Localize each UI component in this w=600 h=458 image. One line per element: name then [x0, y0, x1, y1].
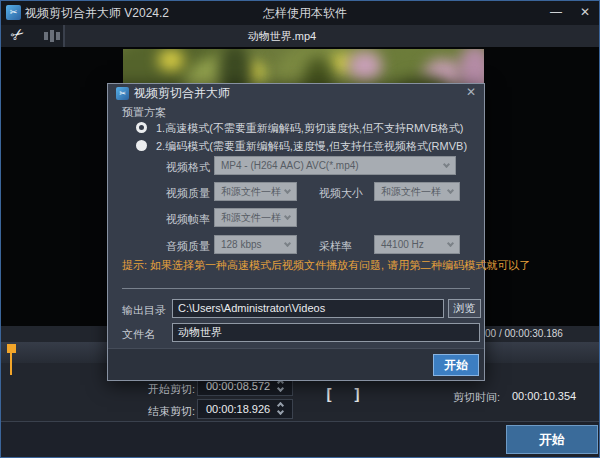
spinner-down-icon[interactable] — [277, 385, 284, 392]
chevron-down-icon — [447, 240, 454, 247]
main-start-button[interactable]: 开始 — [506, 425, 598, 454]
start-cut-label: 开始剪切: — [148, 382, 195, 397]
video-size-dropdown[interactable]: 和源文件一样 — [374, 182, 460, 201]
file-name-label: 文件名 — [122, 327, 155, 342]
dialog-logo-icon: ✂ — [116, 87, 129, 100]
mark-start-bracket-button[interactable]: [ — [319, 385, 339, 402]
title-bar: ✂ 视频剪切合并大师 V2024.2 怎样使用本软件 — ✕ — [1, 1, 599, 25]
cut-time-value: 00:00:10.354 — [512, 390, 576, 402]
dialog-divider — [122, 288, 470, 289]
video-format-dropdown[interactable]: MP4 - (H264 AAC) AVC(*.mp4) — [214, 156, 456, 175]
end-cut-value: 00:00:18.926 — [206, 400, 270, 418]
sample-rate-dropdown[interactable]: 44100 Hz — [374, 235, 460, 254]
chevron-down-icon — [284, 187, 291, 194]
cut-time-label: 剪切时间: — [453, 390, 500, 405]
merge-tool-icon[interactable] — [43, 29, 61, 47]
radio-fast-mode[interactable] — [136, 122, 147, 133]
mode-hint-text: 提示: 如果选择第一种高速模式后视频文件播放有问题, 请用第二种编码模式就可以了 — [122, 258, 530, 273]
mark-end-bracket-button[interactable]: ] — [347, 385, 367, 402]
help-menu-link[interactable]: 怎样使用本软件 — [263, 1, 347, 25]
chevron-down-icon — [447, 187, 454, 194]
video-quality-label: 视频质量 — [166, 186, 210, 201]
audio-quality-value: 128 kbps — [221, 239, 262, 250]
app-window: ✂ 视频剪切合并大师 V2024.2 怎样使用本软件 — ✕ ✂ 动物世界.mp… — [0, 0, 600, 458]
file-tab-label[interactable]: 动物世界.mp4 — [65, 25, 499, 47]
frame-rate-value: 和源文件一样 — [221, 212, 281, 223]
preset-section-label: 预置方案 — [122, 105, 166, 120]
video-size-value: 和源文件一样 — [381, 186, 441, 197]
dialog-title: 视频剪切合并大师 — [134, 85, 230, 102]
audio-quality-label: 音频质量 — [166, 239, 210, 254]
chevron-down-icon — [284, 240, 291, 247]
file-name-input[interactable]: 动物世界 — [172, 323, 480, 342]
chevron-down-icon — [284, 213, 291, 220]
playhead-marker[interactable] — [7, 344, 16, 353]
dialog-close-icon[interactable]: ✕ — [466, 85, 476, 99]
output-dir-label: 输出目录 — [122, 303, 166, 318]
video-size-label: 视频大小 — [319, 186, 363, 201]
video-quality-dropdown[interactable]: 和源文件一样 — [214, 182, 297, 201]
end-cut-label: 结束剪切: — [148, 404, 195, 419]
radio-fast-mode-label[interactable]: 1.高速模式(不需要重新编解码,剪切速度快,但不支持RMVB格式) — [156, 121, 463, 136]
cut-tool-icon[interactable]: ✂ — [7, 23, 29, 46]
app-logo-icon: ✂ — [6, 5, 21, 20]
end-cut-input[interactable]: 00:00:18.926 — [197, 399, 293, 419]
dialog-start-button[interactable]: 开始 — [433, 354, 479, 376]
minimize-button[interactable]: — — [544, 1, 568, 25]
window-title: 视频剪切合并大师 V2024.2 — [25, 1, 169, 25]
chevron-down-icon — [443, 161, 450, 168]
video-format-label: 视频格式 — [166, 160, 210, 175]
radio-encode-mode[interactable] — [136, 140, 147, 151]
dialog-footer: 开始 — [108, 348, 484, 380]
export-settings-dialog: ✂ 视频剪切合并大师 ✕ 预置方案 1.高速模式(不需要重新编解码,剪切速度快,… — [107, 83, 485, 381]
frame-rate-label: 视频帧率 — [166, 212, 210, 227]
file-tab-strip: 动物世界.mp4 — [63, 25, 599, 47]
bottom-bar: 开始 — [1, 422, 599, 458]
sample-rate-label: 采样率 — [319, 239, 352, 254]
video-format-value: MP4 - (H264 AAC) AVC(*.mp4) — [221, 160, 359, 171]
radio-encode-mode-label[interactable]: 2.编码模式(需要重新编解码,速度慢,但支持任意视频格式(RMVB) — [156, 139, 467, 154]
audio-quality-dropdown[interactable]: 128 kbps — [214, 235, 297, 254]
spinner-down-icon[interactable] — [277, 408, 284, 415]
sample-rate-value: 44100 Hz — [381, 239, 424, 250]
frame-rate-dropdown[interactable]: 和源文件一样 — [214, 208, 297, 227]
browse-button[interactable]: 浏览 — [448, 299, 481, 318]
output-dir-input[interactable]: C:\Users\Administrator\Videos — [172, 299, 444, 318]
playback-time-display: 00 / 00:00:30.186 — [485, 326, 563, 342]
close-button[interactable]: ✕ — [573, 1, 597, 25]
video-quality-value: 和源文件一样 — [221, 186, 281, 197]
end-cut-spinner[interactable] — [277, 400, 287, 418]
